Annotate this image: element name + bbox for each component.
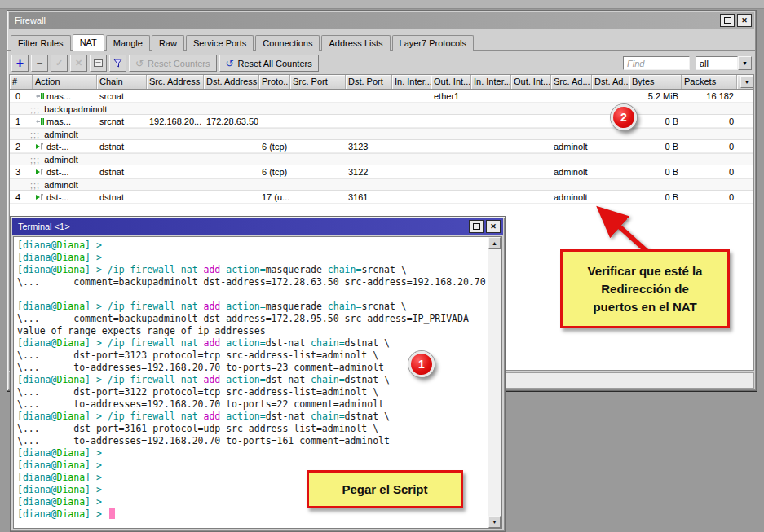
terminal-maximize-button[interactable] xyxy=(469,220,484,233)
cell-bytes: 0 B xyxy=(629,142,682,152)
tab-nat[interactable]: NAT xyxy=(73,34,104,51)
column-header-proto[interactable]: Proto... xyxy=(259,75,290,89)
column-header-bytes[interactable]: Bytes xyxy=(629,75,682,89)
comment-row[interactable]: ;;;adminolt xyxy=(10,178,753,191)
tab-address-lists[interactable]: Address Lists xyxy=(321,35,390,51)
cell-bytes: 0 B xyxy=(629,167,682,177)
cell-dst-port: 3123 xyxy=(346,142,392,152)
tab-filter-rules[interactable]: Filter Rules xyxy=(11,35,71,51)
column-header-out-int[interactable]: Out. Int... xyxy=(431,75,471,89)
cell-action: mas... xyxy=(33,91,97,101)
close-icon: ✕ xyxy=(741,17,748,24)
maximize-icon xyxy=(473,223,480,230)
column-header-col0[interactable]: # xyxy=(10,75,33,89)
cell-packets: 0 xyxy=(682,142,737,152)
filter-combo[interactable]: all ▼ xyxy=(696,56,752,70)
terminal-line: [diana@Diana] > xyxy=(17,240,488,252)
comment-row[interactable]: ;;;backupadminolt xyxy=(10,103,753,115)
column-selector-button[interactable]: ▼ xyxy=(740,76,753,88)
comment-row[interactable]: ;;;adminolt xyxy=(10,153,753,165)
column-header-out-int[interactable]: Out. Int... xyxy=(511,75,551,89)
column-header-src-address[interactable]: Src. Address xyxy=(147,75,204,89)
filter-button[interactable] xyxy=(109,55,126,72)
maximize-button[interactable] xyxy=(720,14,735,27)
cell-packets: 16 182 xyxy=(682,91,737,101)
column-header-in-inter[interactable]: In. Inter... xyxy=(392,75,431,89)
terminal-line: [diana@Diana] > xyxy=(17,447,488,459)
column-header-action[interactable]: Action xyxy=(33,75,97,89)
terminal-titlebar[interactable]: Terminal <1> ✕ xyxy=(12,218,503,235)
tab-raw[interactable]: Raw xyxy=(152,35,184,51)
comment-text: adminolt xyxy=(44,180,78,190)
note-line: Verificar que esté la xyxy=(563,262,727,280)
annotation-note-nat: Verificar que esté la Redirección de pue… xyxy=(560,249,730,328)
cross-icon: ✕ xyxy=(75,58,82,68)
arrow-down-icon: ▼ xyxy=(492,519,497,525)
cell-packets: 0 xyxy=(682,167,737,177)
cell-chain: srcnat xyxy=(97,117,147,126)
table-header-row: #ActionChainSrc. AddressDst. AddressProt… xyxy=(10,75,753,90)
minus-icon: − xyxy=(37,57,43,69)
terminal-line: \... comment=backupadminolt dst-address=… xyxy=(17,276,488,288)
comment-icon xyxy=(93,59,104,68)
firewall-titlebar[interactable]: Firewall ✕ xyxy=(9,12,754,29)
terminal-line: [diana@Diana] > /ip firewall nat add act… xyxy=(17,301,488,313)
tab-mangle[interactable]: Mangle xyxy=(106,35,150,51)
nat-rule-row[interactable]: 0mas...srcnatether15.2 MiB16 182 xyxy=(10,90,753,103)
terminal-line: \... dst-port=3122 protocol=tcp src-addr… xyxy=(17,386,488,398)
column-header-filler: ▼ xyxy=(737,75,753,89)
comment-text: adminolt xyxy=(44,155,78,165)
reset-all-counters-icon: ↺ xyxy=(226,59,234,68)
add-rule-button[interactable]: + xyxy=(11,55,29,72)
column-header-dst-port[interactable]: Dst. Port xyxy=(346,75,392,89)
column-header-chain[interactable]: Chain xyxy=(97,75,147,89)
comment-row[interactable]: ;;;adminolt xyxy=(10,128,753,140)
cell-protocol: 6 (tcp) xyxy=(259,167,290,177)
terminal-line: \... to-addresses=192.168.20.70 to-ports… xyxy=(17,398,488,411)
nat-rule-row[interactable]: 1mas...srcnat192.168.20...172.28.63.500 … xyxy=(10,115,753,128)
column-header-packets[interactable]: Packets xyxy=(682,75,737,89)
close-button[interactable]: ✕ xyxy=(737,14,752,27)
terminal-scrollbar[interactable]: ▲ ▼ xyxy=(488,237,501,528)
tab-layer7-protocols[interactable]: Layer7 Protocols xyxy=(392,35,475,51)
annotation-badge-2: 2 xyxy=(611,104,637,130)
note-text: Pegar el Script xyxy=(342,482,427,496)
scroll-down-button[interactable]: ▼ xyxy=(488,516,501,528)
table-body: 0mas...srcnatether15.2 MiB16 182;;;backu… xyxy=(10,90,753,204)
terminal-line xyxy=(17,288,488,301)
tab-connections[interactable]: Connections xyxy=(255,35,320,51)
find-input[interactable] xyxy=(623,56,690,70)
cell-chain: srcnat xyxy=(97,91,147,101)
disable-rule-button[interactable]: ✕ xyxy=(70,55,87,72)
cell-num: 4 xyxy=(10,192,33,202)
nat-rule-row[interactable]: 2dst-...dstnat6 (tcp)3123adminolt0 B0 xyxy=(10,140,753,153)
comment-marker: ;;; xyxy=(30,104,40,114)
comment-marker: ;;; xyxy=(30,130,40,139)
nat-rule-row[interactable]: 3dst-...dstnat6 (tcp)3122adminolt0 B0 xyxy=(10,165,753,178)
terminal-line: value of range expects range of ip addre… xyxy=(17,325,488,337)
column-header-in-inter[interactable]: In. Inter... xyxy=(471,75,511,89)
scroll-up-button[interactable]: ▲ xyxy=(488,237,501,249)
column-header-dst-address[interactable]: Dst. Address xyxy=(204,75,259,89)
cell-dst-port: 3122 xyxy=(346,167,392,177)
annotation-note-script: Pegar el Script xyxy=(307,470,463,508)
cell-src-address-list: adminolt xyxy=(551,167,592,177)
cell-protocol: 6 (tcp) xyxy=(259,142,290,152)
remove-rule-button[interactable]: − xyxy=(31,55,48,72)
column-header-src-port[interactable]: Src. Port xyxy=(290,75,346,89)
filter-combo-dropdown-button[interactable]: ▼ xyxy=(738,56,752,70)
reset-all-counters-button[interactable]: ↺ Reset All Counters xyxy=(219,55,319,72)
terminal-cursor xyxy=(109,508,115,519)
firewall-tabstrip: Filter RulesNATMangleRawService PortsCon… xyxy=(7,30,756,51)
terminal-close-button[interactable]: ✕ xyxy=(486,220,501,233)
tab-service-ports[interactable]: Service Ports xyxy=(186,35,254,51)
terminal-line: [diana@Diana] > xyxy=(17,508,488,521)
enable-rule-button[interactable]: ✓ xyxy=(51,55,68,72)
reset-counters-button[interactable]: ↺ Reset Counters xyxy=(129,55,217,72)
column-header-src-ad[interactable]: Src. Ad... xyxy=(551,75,592,89)
cell-action: dst-... xyxy=(33,167,97,177)
comment-button[interactable] xyxy=(90,55,107,72)
reset-counters-icon: ↺ xyxy=(135,59,144,68)
column-header-dst-ad[interactable]: Dst. Ad... xyxy=(592,75,629,89)
terminal-window-title: Terminal <1> xyxy=(18,222,466,231)
